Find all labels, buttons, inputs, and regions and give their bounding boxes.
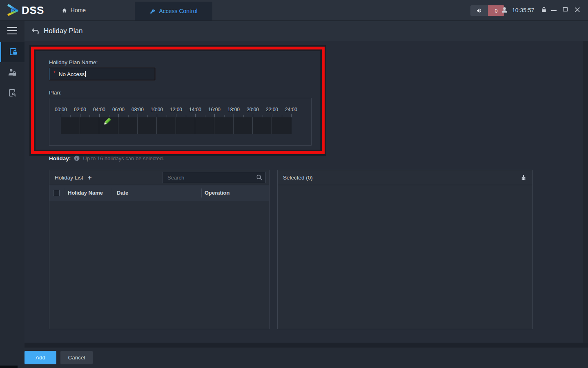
topbar: DSS Home Access Control 0 10:35:57	[0, 0, 588, 21]
holiday-plan-name-input[interactable]: * No Access	[49, 68, 155, 80]
timeline-labels: 00:00 02:00 04:00 06:00 08:00 10:00 12:0…	[61, 107, 292, 112]
alarm-sound-group: 0	[470, 5, 504, 16]
minimize-button[interactable]	[551, 10, 557, 11]
holiday-section-header: Holiday: Up to 16 holidays can be select…	[49, 155, 164, 162]
selected-title: Selected (0)	[283, 175, 313, 181]
holiday-list-panel: Holiday List + Holiday Name Date Operati…	[49, 170, 270, 329]
main-content: Holiday Plan Name: * No Access Plan: 00:…	[24, 41, 588, 343]
holiday-table-header: Holiday Name Date Operation	[49, 185, 269, 201]
plan-timeline-panel: 00:00 02:00 04:00 06:00 08:00 10:00 12:0…	[49, 98, 312, 146]
holiday-search	[162, 172, 266, 183]
selected-body	[278, 186, 532, 329]
back-button[interactable]	[31, 27, 40, 35]
door-key-icon	[7, 88, 17, 98]
tab-home-label: Home	[71, 7, 86, 13]
timeline-ruler-ticks	[61, 114, 292, 117]
col-holiday-name: Holiday Name	[68, 185, 103, 201]
holiday-table-body	[49, 201, 269, 329]
timeline-strip[interactable]	[61, 117, 292, 134]
select-all-checkbox[interactable]	[53, 190, 60, 196]
text-caret	[85, 71, 86, 77]
clock: 10:35:57	[512, 7, 535, 13]
holiday-list-title: Holiday List	[55, 175, 83, 181]
wrench-icon	[149, 8, 156, 14]
tab-home[interactable]: Home	[52, 0, 95, 20]
tab-access-control-label: Access Control	[159, 8, 197, 14]
sidebar	[0, 21, 24, 368]
tab-access-control[interactable]: Access Control	[135, 2, 212, 20]
plan-label: Plan:	[49, 90, 62, 96]
cancel-button[interactable]: Cancel	[60, 351, 93, 364]
add-holiday-button[interactable]: +	[88, 174, 92, 181]
col-operation: Operation	[205, 185, 229, 201]
page-title: Holiday Plan	[44, 27, 82, 35]
sidebar-item-access-config[interactable]	[0, 42, 24, 62]
search-input[interactable]	[163, 172, 265, 183]
hamburger-icon	[7, 27, 17, 28]
dss-logo-icon	[6, 3, 20, 17]
user-button[interactable]	[501, 6, 508, 14]
menu-toggle-button[interactable]	[7, 27, 17, 34]
holiday-hint: Up to 16 holidays can be selected.	[83, 155, 164, 162]
person-lock-icon	[7, 67, 17, 77]
selected-panel: Selected (0)	[277, 170, 533, 329]
minimize-icon	[551, 10, 557, 11]
lock-screen-button[interactable]	[541, 7, 547, 13]
undo-back-icon	[31, 27, 40, 35]
speaker-icon	[476, 7, 483, 14]
holiday-list-header: Holiday List +	[49, 170, 269, 185]
search-icon[interactable]	[256, 174, 263, 181]
col-date: Date	[117, 185, 128, 201]
footer-bar: Add Cancel	[24, 348, 588, 368]
plan-name-label: Holiday Plan Name:	[49, 59, 98, 65]
lock-icon	[541, 7, 547, 13]
logo-text: DSS	[22, 4, 44, 17]
holiday-label: Holiday:	[49, 155, 71, 162]
sidebar-item-person-auth[interactable]	[0, 62, 24, 83]
selected-header: Selected (0)	[278, 170, 532, 185]
dss-logo: DSS	[6, 3, 44, 17]
home-icon	[61, 7, 67, 13]
plan-name-value: No Access	[59, 71, 85, 77]
page-header: Holiday Plan	[24, 21, 588, 41]
door-lock-config-icon	[8, 47, 18, 57]
required-marker: *	[53, 70, 56, 76]
sidebar-item-door-rule[interactable]	[0, 83, 24, 103]
clear-all-icon[interactable]	[520, 174, 527, 181]
close-button[interactable]	[574, 7, 581, 13]
alarm-count: 0	[494, 8, 497, 14]
vertical-scrollbar-track[interactable]	[583, 41, 588, 343]
maximize-button[interactable]	[563, 7, 568, 11]
window-corner-artifact	[0, 366, 18, 368]
add-button[interactable]: Add	[24, 351, 56, 364]
person-icon	[501, 6, 508, 14]
info-icon	[74, 155, 80, 161]
horizontal-scrollbar-track[interactable]	[24, 343, 588, 348]
close-icon	[574, 7, 581, 13]
speaker-button[interactable]	[470, 5, 488, 16]
maximize-icon	[563, 7, 568, 11]
